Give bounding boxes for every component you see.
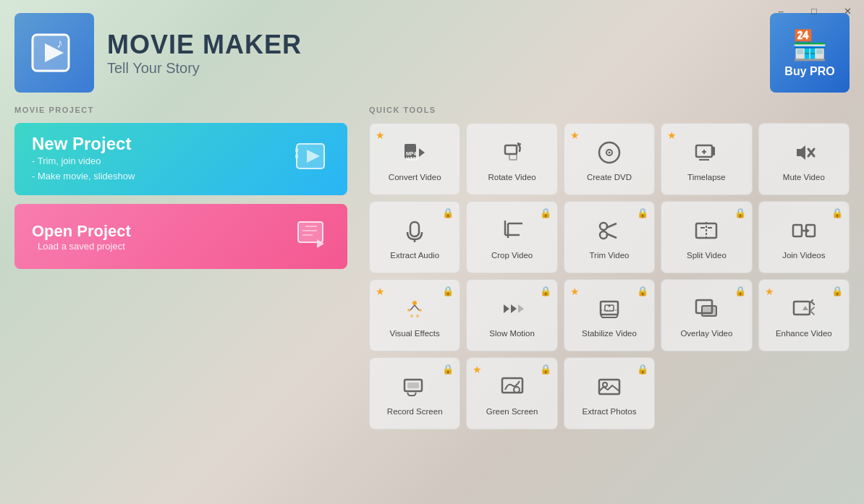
close-button[interactable]: ✕	[831, 0, 864, 22]
svg-rect-7	[298, 222, 323, 242]
star-badge: ★	[376, 286, 385, 297]
header-title: MOVIE MAKER Tell Your Story	[107, 30, 302, 77]
new-project-line2: - Make movie, slideshow	[32, 169, 135, 184]
crop-video-label: Crop Video	[491, 251, 533, 260]
lock-badge: 🔒	[734, 286, 746, 296]
tool-overlay-video[interactable]: 🔒Overlay Video	[661, 279, 752, 351]
tool-timelapse[interactable]: ★Timelapse	[661, 123, 752, 195]
lock-badge: 🔒	[831, 286, 843, 296]
tool-stabilize-video[interactable]: ★🔒Stabilize Video	[564, 279, 655, 351]
header-left: ♪ MOVIE MAKER Tell Your Story	[14, 13, 302, 93]
record-screen-icon	[402, 374, 428, 407]
quick-tools-title: QUICK TOOLS	[369, 106, 850, 114]
svg-marker-55	[518, 304, 524, 313]
svg-point-50	[416, 315, 419, 317]
tool-slow-motion[interactable]: 🔒Slow Motion	[466, 279, 557, 351]
overlay-video-icon	[693, 296, 719, 329]
svg-point-48	[419, 309, 422, 312]
open-project-icon	[295, 216, 330, 257]
slow-motion-icon	[499, 296, 525, 329]
tool-join-videos[interactable]: 🔒Join Videos	[758, 201, 850, 273]
extract-audio-icon	[402, 218, 428, 251]
app-title: MOVIE MAKER	[107, 30, 302, 60]
svg-marker-66	[802, 306, 808, 310]
open-project-button[interactable]: Open Project Load a saved project	[14, 204, 347, 269]
left-panel: MOVIE PROJECT New Project - Trim, join v…	[14, 106, 347, 430]
rotate-video-icon	[499, 140, 525, 173]
tool-green-screen[interactable]: ★🔒Green Screen	[466, 357, 557, 430]
svg-point-34	[600, 223, 607, 230]
shop-icon: 🏪	[792, 28, 828, 62]
create-dvd-icon	[596, 140, 622, 173]
title-bar: – □ ✕	[764, 0, 864, 22]
enhance-video-icon	[791, 296, 817, 329]
svg-marker-45	[805, 228, 810, 234]
tool-enhance-video[interactable]: ★🔒Enhance Video	[758, 279, 850, 351]
svg-text:MP4: MP4	[406, 151, 417, 156]
open-project-text: Open Project Load a saved project	[32, 222, 131, 252]
lock-badge: 🔒	[442, 286, 454, 296]
lock-badge: 🔒	[442, 364, 454, 375]
tool-convert-video[interactable]: ★MP4WMVConvert Video	[369, 123, 460, 195]
maximize-button[interactable]: □	[797, 0, 831, 22]
svg-rect-74	[599, 380, 619, 394]
svg-rect-64	[702, 306, 716, 316]
stabilize-video-icon	[596, 296, 622, 329]
tool-record-screen[interactable]: 🔒Record Screen	[369, 357, 460, 430]
star-badge: ★	[376, 129, 385, 141]
star-badge: ★	[570, 129, 580, 141]
split-video-icon	[693, 218, 719, 251]
new-project-line1: - Trim, join video	[32, 154, 135, 169]
tool-extract-audio[interactable]: 🔒Extract Audio	[369, 201, 460, 273]
header: ♪ MOVIE MAKER Tell Your Story 🏪 Buy PRO	[0, 0, 864, 106]
new-project-label: New Project	[32, 134, 135, 154]
mute-video-icon	[791, 140, 817, 173]
tool-split-video[interactable]: 🔒Split Video	[661, 201, 752, 273]
svg-text:WMV: WMV	[406, 156, 418, 161]
slow-motion-label: Slow Motion	[489, 329, 535, 338]
green-screen-icon	[499, 374, 525, 407]
trim-video-icon	[596, 218, 622, 251]
svg-line-52	[415, 305, 419, 310]
tool-extract-photos[interactable]: 🔒Extract Photos	[564, 357, 655, 430]
tool-rotate-video[interactable]: Rotate Video	[466, 123, 557, 195]
timelapse-icon	[693, 140, 719, 173]
star-badge: ★	[765, 286, 774, 297]
app-subtitle: Tell Your Story	[107, 60, 302, 77]
tool-create-dvd[interactable]: ★Create DVD	[564, 123, 655, 195]
svg-point-20	[608, 152, 610, 154]
visual-effects-label: Visual Effects	[390, 329, 440, 338]
visual-effects-icon	[402, 296, 428, 329]
tool-crop-video[interactable]: 🔒Crop Video	[466, 201, 557, 273]
rotate-video-label: Rotate Video	[488, 173, 535, 181]
tool-mute-video[interactable]: Mute Video	[758, 123, 850, 195]
tool-visual-effects[interactable]: ★🔒Visual Effects	[369, 279, 460, 351]
lock-badge: 🔒	[540, 364, 551, 375]
extract-photos-icon	[596, 374, 622, 407]
svg-line-68	[407, 393, 409, 396]
svg-rect-42	[793, 225, 802, 236]
svg-marker-26	[797, 145, 805, 160]
buy-pro-button[interactable]: 🏪 Buy PRO	[770, 13, 850, 93]
lock-badge: 🔒	[442, 208, 454, 218]
svg-point-47	[407, 309, 410, 312]
svg-point-35	[600, 231, 607, 239]
lock-badge: 🔒	[637, 364, 648, 375]
lock-badge: 🔒	[831, 208, 843, 218]
new-project-button[interactable]: New Project - Trim, join video - Make mo…	[14, 123, 347, 195]
minimize-button[interactable]: –	[764, 0, 797, 22]
tool-trim-video[interactable]: 🔒Trim Video	[564, 201, 655, 273]
overlay-video-label: Overlay Video	[680, 329, 732, 338]
star-badge: ★	[570, 286, 580, 297]
create-dvd-label: Create DVD	[587, 173, 632, 181]
svg-rect-5	[295, 154, 298, 158]
extract-photos-label: Extract Photos	[583, 407, 637, 416]
open-project-subtitle: Load a saved project	[32, 241, 131, 252]
logo-box: ♪	[14, 13, 94, 93]
main-content: MOVIE PROJECT New Project - Trim, join v…	[0, 106, 864, 430]
right-panel: QUICK TOOLS ★MP4WMVConvert VideoRotate V…	[369, 106, 850, 430]
stabilize-video-label: Stabilize Video	[582, 329, 637, 338]
svg-rect-4	[295, 148, 298, 153]
svg-point-49	[410, 315, 413, 317]
extract-audio-label: Extract Audio	[390, 251, 439, 260]
